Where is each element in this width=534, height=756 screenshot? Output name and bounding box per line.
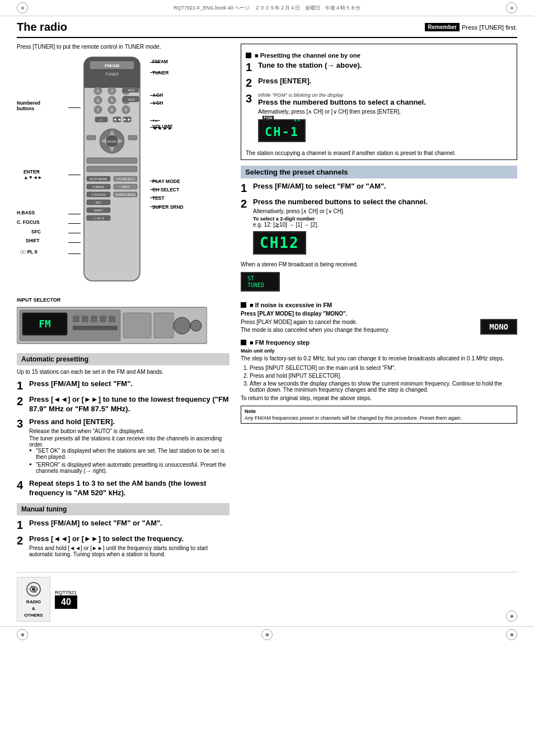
presetting-one-title: ■ Presetting the channel one by one xyxy=(255,52,360,59)
step-number: 4 xyxy=(17,479,29,491)
svg-rect-74 xyxy=(100,316,106,322)
label-sfc: SFC xyxy=(31,229,41,234)
svg-text:∧CH: ∧CH xyxy=(128,88,135,92)
right-column: ■ Presetting the channel one by one 1 Tu… xyxy=(241,44,517,561)
fm-step-list-item-1: Press [INPUT SELECTOR] on the main unit … xyxy=(250,365,517,371)
reg-mark-tl: ⊕ xyxy=(17,2,28,13)
amplifier-area: INPUT SELECTOR FM xyxy=(17,297,229,348)
fm-step-heading: ■ FM frequency step xyxy=(241,339,517,346)
fm-step-list: Press [INPUT SELECTOR] on the main unit … xyxy=(241,365,517,393)
noise-note1: Press [PLAY MODE] again to cancel the mo… xyxy=(241,319,474,325)
svg-text:SFC: SFC xyxy=(96,201,102,204)
page-number: 40 xyxy=(55,595,77,609)
label-super-srnd-right: SUPER SRND xyxy=(152,204,184,210)
step-sub2: The tuner presets all the stations it ca… xyxy=(29,435,229,448)
svg-text:►►: ►► xyxy=(123,117,132,122)
svg-text:FM: FM xyxy=(39,318,51,330)
step-main: Repeat steps 1 to 3 to set the AM bands … xyxy=(29,479,207,497)
noise-note2: The mode is also canceled when you chang… xyxy=(241,327,474,333)
pgm-display-wrapper: PGM CH-1 ∧∨ xyxy=(258,117,306,144)
stereo-line-1: ST xyxy=(247,275,273,281)
svg-text:PLAY MODE: PLAY MODE xyxy=(90,177,107,181)
fm-step-title: ■ FM frequency step xyxy=(250,339,310,346)
step-number: 2 xyxy=(17,395,29,407)
svg-rect-73 xyxy=(91,316,97,322)
channel-display: CH-1 ∧∨ xyxy=(258,119,306,142)
svg-rect-42 xyxy=(128,135,137,140)
svg-text:4: 4 xyxy=(97,98,99,102)
left-column: Press [TUNER] to put the remote control … xyxy=(17,44,229,561)
note-bullet-0: "SET OK" is displayed when the stations … xyxy=(29,448,229,460)
step-main: Press the numbered buttons to select a c… xyxy=(258,98,426,106)
sidebar-icon-line1: RADIO xyxy=(26,599,41,604)
noise-sub-heading: Press [PLAY MODE] to display "MONO". xyxy=(241,311,517,317)
step-main: Press [FM/AM] to select "FM" or "AM". xyxy=(29,519,162,527)
noise-content: Press [PLAY MODE] again to cancel the mo… xyxy=(241,319,517,335)
label-numbered-buttons: Numberedbuttons xyxy=(17,100,40,111)
remote-control-diagram: Numberedbuttons ENTER▲▼◄► H.BASS C. FOCU… xyxy=(17,54,218,295)
svg-text:9: 9 xyxy=(125,108,127,112)
two-digit-label: To select a 2-digit number xyxy=(253,216,517,222)
sidebar-icon: RADIO & OTHERS xyxy=(17,577,50,622)
auto-step-3: 3 Press and hold [ENTER]. Release the bu… xyxy=(17,417,229,476)
svg-rect-44 xyxy=(87,166,137,172)
svg-rect-76 xyxy=(73,326,118,330)
step-number: 1 xyxy=(17,379,29,392)
svg-text:2: 2 xyxy=(111,89,113,93)
reg-mark-bc: ⊕ xyxy=(261,629,273,640)
step-number: 3 xyxy=(17,417,29,430)
display-indicator: PGM CH-1 ∧∨ xyxy=(258,117,512,144)
auto-step-4: 4 Repeat steps 1 to 3 to set the AM band… xyxy=(17,479,229,498)
svg-text:CH SELECT: CH SELECT xyxy=(117,177,135,181)
display-text: CH-1 xyxy=(265,125,299,139)
auto-step-1: 1 Press [FM/AM] to select "FM". xyxy=(17,379,229,392)
amplifier-svg: FM xyxy=(17,304,207,346)
stereo-display: ST TUNED xyxy=(241,272,280,292)
preset-step-2: 2 Press [ENTER]. xyxy=(246,77,512,89)
fm-step-sub-heading: Main unit only xyxy=(241,348,517,354)
step-sub1: Release the button when "AUTO" is displa… xyxy=(29,428,229,434)
svg-text:TUNER: TUNER xyxy=(105,72,119,76)
label-c-focus: C. FOCUS xyxy=(17,219,40,225)
model-number: RQT7921 xyxy=(55,590,77,595)
svg-text:8: 8 xyxy=(111,108,113,112)
svg-point-68 xyxy=(190,320,202,331)
auto-step-2: 2 Press [◄◄] or [►►] to tune to the lowe… xyxy=(17,395,229,414)
step-main: Tune to the station (→ above). xyxy=(258,61,362,69)
label-ch-select-right: CH SELECT xyxy=(152,187,179,192)
svg-text:ENTER: ENTER xyxy=(107,140,117,143)
svg-rect-66 xyxy=(154,313,174,338)
note-bullet-1: "ERROR" is displayed when automatic pres… xyxy=(29,462,229,474)
label-fm-am-right: FM/AM xyxy=(152,59,168,64)
svg-text:◄◄: ◄◄ xyxy=(113,117,121,122)
remember-text: Press [TUNER] first. xyxy=(462,24,517,31)
fm-step-return: To return to the original step, repeat t… xyxy=(241,395,517,401)
select-step-2: 2 Press the numbered buttons to select t… xyxy=(241,198,517,258)
file-info: RQT7921-F_ENG.book 40 ページ ２００５年２月４日 金曜日 … xyxy=(174,4,360,12)
svg-point-67 xyxy=(174,317,190,334)
fm-step-text1: The step is factory-set to 0.2 MHz, but … xyxy=(241,355,517,361)
input-selector-label: INPUT SELECTOR xyxy=(17,297,229,303)
step-sub: Press and hold [◄◄] or [►►] until the fr… xyxy=(29,545,229,557)
step-main: Press [ENTER]. xyxy=(258,77,311,85)
noise-title: ■ If noise is excessive in FM xyxy=(250,302,332,308)
step-main: Press the numbered buttons to select the… xyxy=(253,198,428,206)
step-main: Press [◄◄] or [►►] to select the frequen… xyxy=(29,534,184,543)
step-main: Press [◄◄] or [►►] to tune to the lowest… xyxy=(29,395,229,413)
page-footer: RADIO & OTHERS RQT7921 40 ⊕ xyxy=(17,572,517,626)
black-square-icon xyxy=(246,53,251,58)
footer-left: RADIO & OTHERS RQT7921 40 xyxy=(17,577,77,622)
bottom-marks-bar: ⊕ ⊕ ⊕ xyxy=(0,626,534,642)
manual-tuning-section-title: Manual tuning xyxy=(17,503,229,515)
step-number: 2 xyxy=(246,77,258,89)
step-main: Press and hold [ENTER]. xyxy=(29,417,115,426)
remember-label: Remember xyxy=(425,23,460,31)
reg-mark-tr: ⊕ xyxy=(506,2,517,13)
step-main: Press [FM/AM] to select "FM" or "AM". xyxy=(253,182,386,190)
svg-text:H.BASS: H.BASS xyxy=(93,185,105,189)
top-marks-bar: ⊕ RQT7921-F_ENG.book 40 ページ ２００５年２月４日 金曜… xyxy=(0,0,534,16)
svg-rect-71 xyxy=(73,316,79,322)
step-number: 3 xyxy=(246,92,258,105)
step-number: 1 xyxy=(241,182,253,194)
label-enter: ENTER▲▼◄► xyxy=(24,169,43,180)
